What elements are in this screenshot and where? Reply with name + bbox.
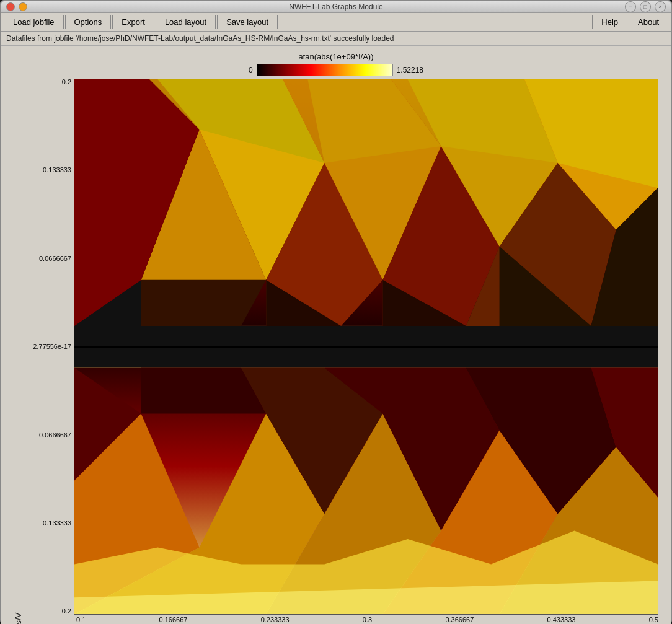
- minimize-button[interactable]: [19, 2, 27, 11]
- x-tick-5: 0.433333: [547, 616, 576, 623]
- y-tick-4: -0.0666667: [37, 432, 71, 439]
- export-button[interactable]: Export: [112, 15, 154, 29]
- x-tick-3: 0.3: [363, 616, 372, 623]
- x-tick-1: 0.166667: [159, 616, 188, 623]
- y-tick-2: 0.0666667: [39, 255, 71, 262]
- x-tick-2: 0.233333: [261, 616, 290, 623]
- plot-wrapper: Vds/V 0.2 0.133333 0.0666667 2.77556e-17…: [14, 79, 658, 624]
- y-ticks: 0.2 0.133333 0.0666667 2.77556e-17 -0.06…: [24, 79, 74, 615]
- colorbar-max-label: 1.52218: [397, 66, 423, 74]
- colorbar-title: atan(abs(1e+09*I/A)): [298, 52, 373, 61]
- x-tick-6: 0.5: [649, 616, 658, 623]
- y-tick-6: -0.2: [60, 608, 71, 615]
- plot-area: [74, 79, 658, 615]
- plot-with-yticks: 0.2 0.133333 0.0666667 2.77556e-17 -0.06…: [24, 79, 658, 615]
- plot-container: 0.2 0.133333 0.0666667 2.77556e-17 -0.06…: [24, 79, 658, 624]
- about-button[interactable]: About: [629, 15, 668, 29]
- status-bar: Datafiles from jobfile '/home/jose/PhD/N…: [1, 32, 671, 46]
- y-tick-1: 0.133333: [43, 167, 71, 174]
- status-message: Datafiles from jobfile '/home/jose/PhD/N…: [6, 34, 394, 43]
- x-tick-0: 0.1: [76, 616, 86, 623]
- window-control-minimize[interactable]: −: [625, 1, 636, 12]
- title-bar: NWFET-Lab Graphs Module − □ ×: [1, 1, 671, 13]
- colorbar-min-label: 0: [249, 66, 253, 74]
- title-bar-left-controls: [6, 2, 27, 11]
- load-jobfile-button[interactable]: Load jobfile: [4, 15, 64, 29]
- window-title: NWFET-Lab Graphs Module: [289, 2, 382, 11]
- load-layout-button[interactable]: Load layout: [156, 15, 216, 29]
- heatmap-svg: [74, 79, 658, 614]
- window-control-restore[interactable]: □: [640, 1, 651, 12]
- content-area: atan(abs(1e+09*I/A)) 0 1.52218 Vds/V 0.2…: [1, 46, 671, 624]
- colorbar-section: atan(abs(1e+09*I/A)) 0 1.52218: [14, 52, 658, 76]
- main-window: NWFET-Lab Graphs Module − □ × Load jobfi…: [0, 0, 672, 624]
- colorbar-gradient: [257, 64, 393, 76]
- x-tick-4: 0.366667: [445, 616, 474, 623]
- colorbar-row: 0 1.52218: [249, 64, 423, 76]
- window-control-close[interactable]: ×: [655, 1, 666, 12]
- x-ticks-row: 0.1 0.166667 0.233333 0.3 0.366667 0.433…: [24, 616, 658, 623]
- options-button[interactable]: Options: [65, 15, 112, 29]
- y-tick-0: 0.2: [62, 79, 71, 86]
- y-axis-label: Vds/V: [14, 79, 23, 624]
- close-button[interactable]: [6, 2, 15, 11]
- title-bar-right-controls: − □ ×: [625, 1, 666, 12]
- help-button[interactable]: Help: [592, 15, 627, 29]
- y-tick-3: 2.77556e-17: [33, 343, 71, 350]
- save-layout-button[interactable]: Save layout: [217, 15, 278, 29]
- y-tick-5: -0.133333: [40, 520, 71, 527]
- menu-bar: Load jobfile Options Export Load layout …: [1, 13, 671, 32]
